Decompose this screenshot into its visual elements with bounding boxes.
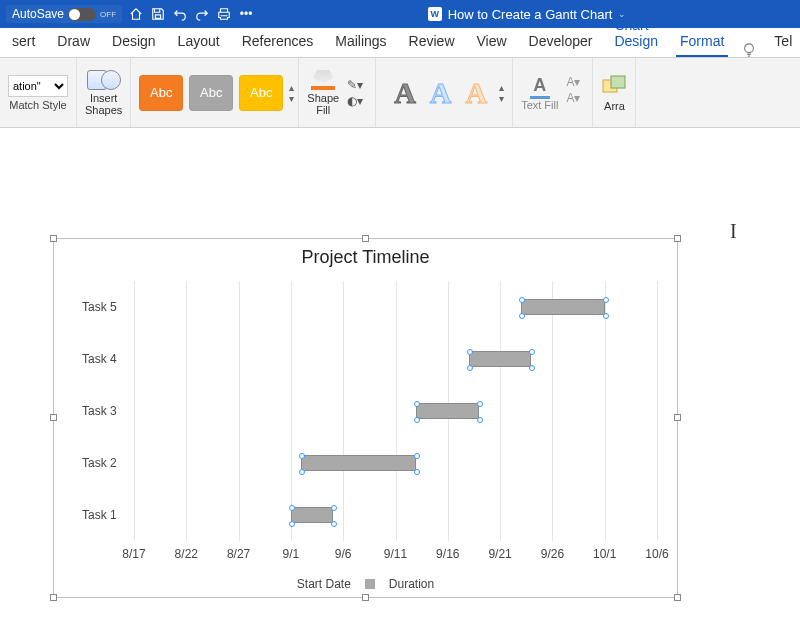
- titlebar: AutoSave OFF ••• W How to Create a Gantt…: [0, 0, 800, 28]
- selection-handle[interactable]: [467, 349, 473, 355]
- chart-object[interactable]: Project Timeline 8/178/228/279/19/69/119…: [53, 238, 678, 598]
- gridline: [343, 281, 344, 541]
- group-shape-fill: Shape Fill ✎▾ ◐▾: [299, 58, 376, 127]
- y-tick-label: Task 1: [82, 508, 117, 522]
- document-area[interactable]: I Project Timeline 8/178/228/279/19/69/1…: [0, 128, 800, 632]
- chevron-down-icon[interactable]: ⌄: [618, 9, 626, 19]
- gridline: [500, 281, 501, 541]
- group-text-fill: A Text Fill A▾ A▾: [513, 58, 593, 127]
- selection-handle[interactable]: [414, 417, 420, 423]
- tab-mailings[interactable]: Mailings: [331, 27, 390, 57]
- insert-shapes-icon[interactable]: [87, 70, 121, 90]
- tab-draw[interactable]: Draw: [53, 27, 94, 57]
- more-icon[interactable]: •••: [238, 6, 254, 22]
- selection-handle[interactable]: [414, 401, 420, 407]
- bucket-icon: [313, 70, 333, 84]
- tell-me-icon[interactable]: [742, 43, 756, 57]
- chart-title[interactable]: Project Timeline: [54, 239, 677, 272]
- x-tick-label: 10/1: [593, 547, 616, 561]
- wordart-gallery[interactable]: A A A: [384, 72, 497, 114]
- selection-handle[interactable]: [414, 469, 420, 475]
- tab-review[interactable]: Review: [405, 27, 459, 57]
- selection-handle[interactable]: [467, 365, 473, 371]
- x-tick-label: 8/17: [122, 547, 145, 561]
- selection-handle[interactable]: [289, 521, 295, 527]
- ribbon-tabs: sert Draw Design Layout References Maili…: [0, 28, 800, 58]
- selection-handle[interactable]: [529, 349, 535, 355]
- selection-handle[interactable]: [331, 521, 337, 527]
- selection-handle[interactable]: [299, 469, 305, 475]
- save-icon[interactable]: [150, 6, 166, 22]
- tab-format[interactable]: Format: [676, 27, 728, 57]
- document-title-wrap: W How to Create a Gantt Chart ⌄: [260, 7, 794, 22]
- gantt-bar[interactable]: [469, 351, 532, 367]
- gantt-bar[interactable]: [301, 455, 416, 471]
- x-tick-label: 9/1: [283, 547, 300, 561]
- x-tick-label: 9/26: [541, 547, 564, 561]
- insert-shapes-label: Insert Shapes: [85, 92, 122, 116]
- tab-developer[interactable]: Developer: [525, 27, 597, 57]
- text-effects-icon[interactable]: A▾: [566, 91, 580, 105]
- tab-references[interactable]: References: [238, 27, 318, 57]
- wordart-style-orange[interactable]: A: [465, 76, 487, 110]
- group-insert-shapes: Insert Shapes: [77, 58, 131, 127]
- selection-handle[interactable]: [477, 401, 483, 407]
- autosave-state: OFF: [100, 10, 116, 19]
- group-arrange: Arra: [593, 58, 636, 127]
- shape-effects-icon[interactable]: ◐▾: [347, 94, 363, 108]
- shape-style-gray[interactable]: Abc: [189, 75, 233, 111]
- selection-handle[interactable]: [519, 297, 525, 303]
- y-tick-label: Task 3: [82, 404, 117, 418]
- gridline: [239, 281, 240, 541]
- group-selection: ation" Match Style: [0, 58, 77, 127]
- legend-swatch-icon: [365, 579, 375, 589]
- selection-handle[interactable]: [331, 505, 337, 511]
- undo-icon[interactable]: [172, 6, 188, 22]
- autosave-label: AutoSave: [12, 7, 64, 21]
- text-fill-button[interactable]: A Text Fill: [521, 75, 558, 111]
- print-icon[interactable]: [216, 6, 232, 22]
- tab-design[interactable]: Design: [108, 27, 160, 57]
- selection-handle[interactable]: [289, 505, 295, 511]
- gantt-bar[interactable]: [416, 403, 479, 419]
- tab-tell-me[interactable]: Tel: [770, 27, 796, 57]
- gridline: [291, 281, 292, 541]
- gallery-expand-icon[interactable]: ▴▾: [289, 82, 294, 104]
- x-tick-label: 9/21: [488, 547, 511, 561]
- tab-insert[interactable]: sert: [8, 27, 39, 57]
- plot-area[interactable]: 8/178/228/279/19/69/119/169/219/2610/110…: [84, 281, 657, 541]
- selection-handle[interactable]: [299, 453, 305, 459]
- selection-handle[interactable]: [603, 297, 609, 303]
- text-cursor-icon: I: [730, 220, 737, 243]
- word-icon: W: [428, 7, 442, 21]
- arrange-icon[interactable]: [601, 74, 627, 98]
- element-select[interactable]: ation": [8, 75, 68, 97]
- toggle-switch[interactable]: [68, 8, 96, 21]
- shape-style-gallery[interactable]: Abc Abc Abc: [135, 71, 287, 115]
- autosave-toggle[interactable]: AutoSave OFF: [6, 5, 122, 23]
- match-style-button[interactable]: Match Style: [9, 99, 66, 111]
- selection-handle[interactable]: [477, 417, 483, 423]
- wordart-style-gray[interactable]: A: [394, 76, 416, 110]
- wordart-style-blue[interactable]: A: [430, 76, 452, 110]
- chart-legend[interactable]: Start Date Duration: [54, 577, 677, 591]
- wordart-expand-icon[interactable]: ▴▾: [499, 82, 504, 104]
- shape-style-orange[interactable]: Abc: [139, 75, 183, 111]
- selection-handle[interactable]: [414, 453, 420, 459]
- gridline: [186, 281, 187, 541]
- tab-view[interactable]: View: [473, 27, 511, 57]
- selection-handle[interactable]: [529, 365, 535, 371]
- text-outline-icon[interactable]: A▾: [566, 75, 580, 89]
- selection-handle[interactable]: [603, 313, 609, 319]
- gridline: [552, 281, 553, 541]
- x-tick-label: 9/11: [384, 547, 407, 561]
- shape-style-gold[interactable]: Abc: [239, 75, 283, 111]
- redo-icon[interactable]: [194, 6, 210, 22]
- selection-handle[interactable]: [519, 313, 525, 319]
- gantt-bar[interactable]: [521, 299, 605, 315]
- gantt-bar[interactable]: [291, 507, 333, 523]
- shape-fill-button[interactable]: Shape Fill: [307, 70, 339, 116]
- tab-layout[interactable]: Layout: [174, 27, 224, 57]
- home-icon[interactable]: [128, 6, 144, 22]
- shape-outline-icon[interactable]: ✎▾: [347, 78, 363, 92]
